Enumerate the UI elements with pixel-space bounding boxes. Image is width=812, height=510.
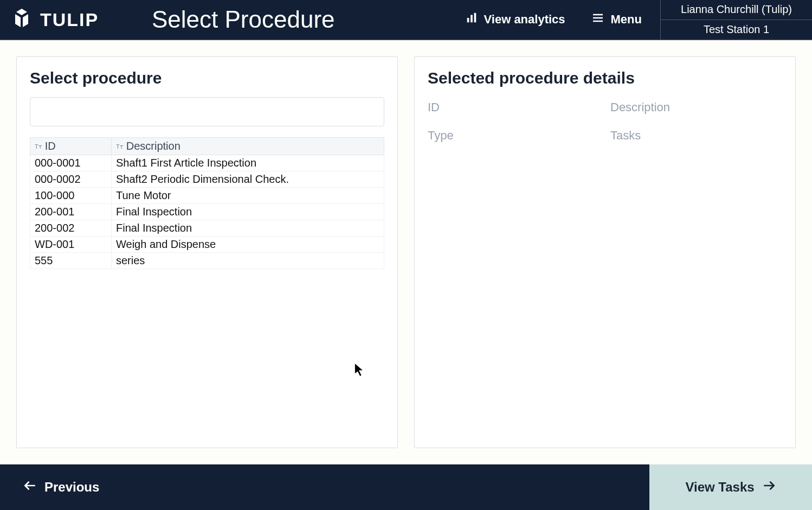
procedure-details-panel: Selected procedure details ID Descriptio… (414, 56, 796, 448)
cell-id: 200-001 (30, 204, 112, 220)
page-title: Select Procedure (152, 6, 335, 33)
select-procedure-title: Select procedure (30, 69, 384, 87)
menu-icon (591, 11, 604, 28)
cell-description: Tune Motor (112, 188, 384, 204)
text-type-icon: Tᴛ (35, 144, 42, 150)
svg-marker-0 (16, 9, 27, 15)
table-row[interactable]: 000-0001Shaft1 First Article Inspection (30, 155, 384, 171)
procedure-search-input[interactable] (30, 97, 384, 126)
table-row[interactable]: 555series (30, 253, 384, 269)
user-block[interactable]: Lianna Churchill (Tulip) Test Station 1 (660, 0, 812, 40)
table-row[interactable]: 000-0002Shaft2 Periodic Dimensional Chec… (30, 171, 384, 188)
cell-id: 000-0001 (30, 155, 112, 171)
tulip-logo-icon (11, 8, 33, 31)
svg-rect-4 (471, 15, 473, 23)
arrow-left-icon (23, 479, 37, 496)
detail-label-id: ID (428, 100, 600, 114)
user-name: Lianna Churchill (Tulip) (661, 0, 812, 20)
station-name: Test Station 1 (661, 20, 812, 40)
brand-name: TULIP (40, 9, 99, 30)
svg-marker-2 (23, 14, 28, 27)
cell-description: Weigh and Dispense (112, 237, 384, 253)
main-content: Select procedure Tᴛ ID Tᴛ Description (0, 40, 812, 464)
text-type-icon: Tᴛ (116, 144, 123, 150)
menu-button[interactable]: Menu (591, 11, 642, 28)
arrow-right-icon (762, 479, 776, 496)
cell-id: 200-002 (30, 220, 112, 237)
cell-description: Shaft2 Periodic Dimensional Check. (112, 171, 384, 188)
cell-id: WD-001 (30, 237, 112, 253)
cell-description: Final Inspection (112, 204, 384, 220)
cell-id: 000-0002 (30, 171, 112, 188)
detail-label-description: Description (610, 100, 782, 114)
previous-button[interactable]: Previous (0, 464, 122, 510)
menu-label: Menu (611, 12, 642, 27)
detail-label-tasks: Tasks (610, 129, 782, 143)
svg-rect-3 (467, 18, 469, 22)
previous-label: Previous (44, 480, 99, 495)
svg-marker-1 (15, 14, 21, 27)
cell-id: 100-000 (30, 188, 112, 204)
select-procedure-panel: Select procedure Tᴛ ID Tᴛ Description (16, 56, 398, 448)
column-header-description[interactable]: Tᴛ Description (112, 138, 384, 155)
view-tasks-button[interactable]: View Tasks (649, 464, 812, 510)
cell-description: Shaft1 First Article Inspection (112, 155, 384, 171)
table-row[interactable]: 200-001Final Inspection (30, 204, 384, 220)
app-footer: Previous View Tasks (0, 464, 812, 510)
cell-description: Final Inspection (112, 220, 384, 237)
view-tasks-label: View Tasks (685, 480, 754, 495)
cell-description: series (112, 253, 384, 269)
procedure-details-title: Selected procedure details (428, 69, 782, 87)
cell-id: 555 (30, 253, 112, 269)
view-analytics-label: View analytics (484, 12, 565, 27)
analytics-icon (466, 12, 478, 27)
detail-label-type: Type (428, 129, 600, 143)
brand-logo: TULIP (0, 8, 141, 31)
app-header: TULIP Select Procedure View analytics (0, 0, 812, 40)
column-header-id[interactable]: Tᴛ ID (30, 138, 112, 155)
table-row[interactable]: 100-000Tune Motor (30, 188, 384, 204)
svg-rect-5 (474, 13, 476, 22)
table-row[interactable]: 200-002Final Inspection (30, 220, 384, 237)
table-row[interactable]: WD-001Weigh and Dispense (30, 237, 384, 253)
procedure-table: Tᴛ ID Tᴛ Description 000-0001Shaft1 Firs… (30, 137, 384, 269)
view-analytics-link[interactable]: View analytics (466, 12, 565, 27)
header-actions: View analytics Menu (466, 11, 655, 28)
